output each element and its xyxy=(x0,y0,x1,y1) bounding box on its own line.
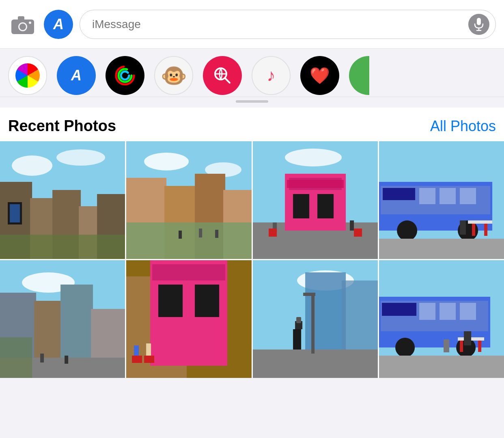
camera-icon xyxy=(11,14,35,35)
svg-rect-50 xyxy=(381,186,490,214)
svg-rect-5 xyxy=(477,18,481,25)
photo-6-image xyxy=(126,260,251,378)
photo-cell-4[interactable] xyxy=(379,141,504,259)
svg-rect-33 xyxy=(179,231,182,239)
svg-rect-36 xyxy=(253,141,378,259)
svg-rect-19 xyxy=(52,190,81,259)
globe-search-icon xyxy=(211,64,234,87)
svg-rect-32 xyxy=(126,222,251,259)
svg-rect-86 xyxy=(342,280,378,378)
all-photos-link[interactable]: All Photos xyxy=(430,118,496,135)
svg-rect-20 xyxy=(79,206,99,259)
activity-icon xyxy=(113,63,137,88)
svg-rect-104 xyxy=(460,341,463,352)
svg-point-55 xyxy=(397,220,417,241)
svg-point-101 xyxy=(456,338,476,357)
svg-rect-31 xyxy=(223,190,251,259)
svg-point-26 xyxy=(144,153,189,170)
svg-rect-73 xyxy=(126,276,251,378)
sidebar-item-photos[interactable] xyxy=(8,56,47,97)
appstore-icon: A xyxy=(71,67,82,84)
svg-rect-39 xyxy=(285,174,346,231)
photo-cell-1[interactable] xyxy=(0,141,125,259)
svg-rect-66 xyxy=(60,285,93,378)
svg-rect-102 xyxy=(379,356,504,378)
imessage-input[interactable] xyxy=(80,10,496,39)
svg-rect-43 xyxy=(287,180,344,188)
sidebar-item-music[interactable]: ♪ xyxy=(252,56,291,97)
svg-rect-64 xyxy=(0,293,36,378)
svg-point-4 xyxy=(29,22,31,24)
svg-rect-81 xyxy=(132,356,142,363)
svg-point-10 xyxy=(121,71,129,80)
svg-rect-44 xyxy=(273,222,277,233)
app-store-toolbar-icon: A xyxy=(53,16,64,33)
app-icons-bar: A 🐵 ♪ xyxy=(0,49,504,97)
sidebar-item-globe-search[interactable] xyxy=(203,56,242,97)
svg-rect-96 xyxy=(382,303,416,316)
svg-rect-87 xyxy=(253,350,378,378)
camera-button[interactable] xyxy=(8,10,37,39)
svg-rect-79 xyxy=(134,345,139,358)
svg-rect-25 xyxy=(126,141,251,259)
svg-rect-24 xyxy=(10,204,20,222)
photo-cell-5[interactable] xyxy=(0,260,125,378)
svg-line-13 xyxy=(225,78,230,83)
svg-rect-40 xyxy=(289,178,342,190)
svg-rect-17 xyxy=(0,182,32,259)
svg-rect-51 xyxy=(383,188,415,200)
svg-point-27 xyxy=(205,162,241,177)
svg-rect-93 xyxy=(379,260,504,378)
app-store-toolbar-button[interactable]: A xyxy=(44,10,73,39)
svg-rect-78 xyxy=(195,285,219,317)
svg-rect-47 xyxy=(354,229,362,237)
svg-rect-88 xyxy=(311,293,314,354)
photo-cell-6[interactable] xyxy=(126,260,251,378)
drag-handle xyxy=(236,100,268,103)
svg-rect-18 xyxy=(30,198,54,259)
svg-rect-107 xyxy=(444,339,449,352)
photo-cell-8[interactable] xyxy=(379,260,504,378)
recent-photos-title: Recent Photos xyxy=(8,117,116,135)
photo-4-image xyxy=(379,141,504,259)
svg-rect-75 xyxy=(150,260,227,366)
sidebar-item-heart-save[interactable]: ❤️ xyxy=(300,56,339,97)
svg-rect-61 xyxy=(460,220,466,235)
svg-rect-3 xyxy=(18,16,24,20)
svg-rect-90 xyxy=(293,329,301,350)
svg-rect-23 xyxy=(8,202,22,224)
svg-rect-71 xyxy=(65,356,68,364)
svg-rect-46 xyxy=(269,229,277,237)
microphone-button[interactable] xyxy=(468,14,489,35)
svg-rect-72 xyxy=(126,260,251,378)
svg-rect-42 xyxy=(317,194,334,218)
svg-rect-80 xyxy=(146,343,151,356)
photo-3-image xyxy=(253,141,378,259)
svg-point-2 xyxy=(19,24,26,30)
svg-rect-105 xyxy=(478,341,481,352)
svg-rect-45 xyxy=(350,220,354,231)
svg-rect-97 xyxy=(419,303,435,320)
sidebar-item-green[interactable] xyxy=(349,56,369,97)
photo-cell-3[interactable] xyxy=(253,141,378,259)
sidebar-item-appstore[interactable]: A xyxy=(57,56,96,97)
svg-rect-21 xyxy=(97,194,125,259)
photo-cell-7[interactable] xyxy=(253,260,378,378)
svg-point-84 xyxy=(297,270,354,291)
svg-point-100 xyxy=(395,338,415,357)
svg-rect-14 xyxy=(0,141,125,259)
svg-rect-54 xyxy=(460,188,476,204)
svg-rect-22 xyxy=(0,235,125,259)
svg-rect-58 xyxy=(468,220,492,224)
photo-cell-2[interactable] xyxy=(126,141,251,259)
sidebar-item-activity[interactable] xyxy=(106,56,144,97)
svg-rect-67 xyxy=(91,309,125,378)
svg-point-16 xyxy=(56,149,105,166)
sidebar-item-monkey[interactable]: 🐵 xyxy=(154,56,193,97)
svg-rect-53 xyxy=(439,188,456,204)
svg-rect-89 xyxy=(303,293,315,296)
drag-handle-area xyxy=(0,97,504,108)
recent-photos-header: Recent Photos All Photos xyxy=(0,108,504,141)
svg-rect-41 xyxy=(293,194,309,218)
svg-rect-65 xyxy=(34,301,62,378)
